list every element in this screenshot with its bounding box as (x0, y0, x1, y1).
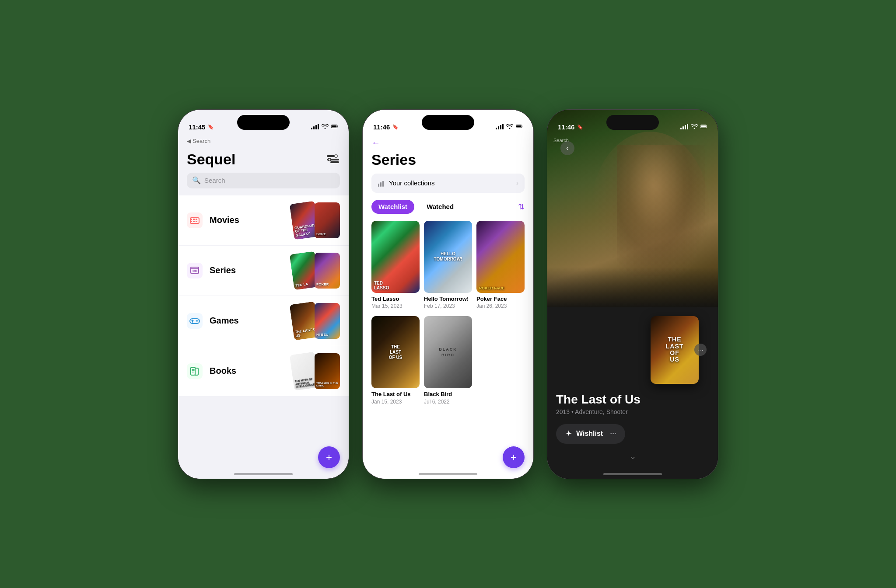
battery-icon-2 (516, 124, 523, 130)
collections-bar[interactable]: Your collections › (371, 174, 525, 193)
phone-2-screen: 11:46 🔖 (363, 110, 533, 479)
bookmark-icon-2: 🔖 (392, 124, 399, 130)
menu-item-movies[interactable]: Movies GUARDIANS OF THE GALAXY SCRE (178, 195, 349, 245)
home-indicator-2 (419, 473, 477, 475)
series-col-empty (476, 316, 525, 405)
menu-item-games[interactable]: Games THE LAST OF US HI-BEU (178, 296, 349, 346)
series-date-hello: Feb 17, 2023 (424, 303, 472, 309)
search-bar-1[interactable]: 🔍 Search (187, 173, 340, 188)
menu-item-books[interactable]: Books THE MYTH OF ARTIFICIAL INTELLIGENC… (178, 346, 349, 396)
games-icon (187, 313, 203, 329)
phone1-header: Sequel (178, 146, 349, 167)
tab-watchlist[interactable]: Watchlist (371, 200, 414, 214)
series-name-lastofus: The Last of Us (371, 391, 420, 398)
series-card-blackbird[interactable]: BLACKBIRD Black Bird Jul 6, 2022 (424, 316, 472, 405)
tabs-row: Watchlist Watched ⇅ (363, 200, 533, 214)
game-meta: 2013 • Adventure, Shooter (556, 408, 709, 415)
series-name-poker: Poker Face (476, 296, 525, 303)
status-icons-2 (496, 124, 523, 131)
phone1-back[interactable]: ◀ Search (187, 136, 210, 146)
games-label: Games (210, 316, 239, 326)
phone-2: 11:46 🔖 (363, 110, 533, 479)
series-name-blackbird: Black Bird (424, 391, 472, 398)
svg-rect-4 (330, 161, 339, 163)
phone2-content: ← Series Your collections › (363, 133, 533, 479)
tab-watched[interactable]: Watched (420, 200, 461, 214)
game-card-row: THELASTOFUS ··· (556, 316, 709, 384)
menu-left-movies: Movies (187, 212, 239, 228)
wishlist-label: Wishlist (576, 430, 603, 438)
series-card-hello[interactable]: HELLOTOMORROW! Hello Tomorrow! Feb 17, 2… (424, 221, 472, 310)
phone3-back-area: ‹ Search (553, 137, 569, 143)
phone-1-screen: 11:45 🔖 (178, 110, 349, 479)
search-icon-1: 🔍 (192, 176, 201, 184)
movies-label: Movies (210, 215, 239, 225)
app-title-1: Sequel (187, 151, 235, 167)
phone2-title: Series (363, 150, 533, 174)
phone1-nav: ◀ Search (178, 133, 349, 146)
sort-icon[interactable]: ⇅ (518, 202, 525, 212)
game-cover-card[interactable]: THELASTOFUS (651, 316, 699, 384)
series-card-lastofus[interactable]: THELASTOF US The Last of Us Jan 15, 2023 (371, 316, 420, 405)
collections-chevron-icon: › (516, 179, 518, 187)
tabs-left: Watchlist Watched (371, 200, 461, 214)
thumb-main: SCRE (315, 202, 340, 238)
phone3-back-btn[interactable]: ‹ (560, 141, 574, 155)
phone1-content: ◀ Search Sequel (178, 133, 349, 479)
series-thumb-blackbird: BLACKBIRD (424, 316, 472, 388)
bookmark-icon-1: 🔖 (208, 124, 214, 130)
svg-rect-13 (196, 221, 197, 222)
svg-rect-23 (380, 182, 382, 187)
home-indicator-1 (234, 473, 293, 475)
svg-point-19 (197, 320, 199, 321)
add-fab-2[interactable]: + (503, 446, 525, 468)
movies-icon (187, 212, 203, 228)
thumb-poker2: POKER (315, 253, 340, 289)
books-label: Books (210, 366, 236, 376)
svg-rect-1 (332, 125, 336, 128)
series-date-ted: Mar 15, 2023 (371, 303, 420, 309)
battery-icon-1 (331, 124, 338, 130)
series-date-lastofus: Jan 15, 2023 (371, 399, 420, 405)
wishlist-button[interactable]: Wishlist ··· (556, 424, 625, 444)
menu-left-series: Series (187, 263, 236, 278)
movies-thumbnails: GUARDIANS OF THE GALAXY SCRE (292, 202, 340, 238)
collections-left: Your collections (378, 179, 435, 187)
phone-1: 11:45 🔖 (178, 110, 349, 479)
books-thumbnails: THE MYTH OF ARTIFICIAL INTELLIGENCE TRAC… (292, 353, 340, 389)
thumb-books-dark: TRACERS IN THE DARK (315, 353, 340, 389)
series-label: Series (210, 265, 236, 275)
phone3-content: ‹ Search THELASTOFUS ··· (547, 133, 718, 479)
svg-rect-10 (196, 219, 197, 220)
status-icons-3 (680, 124, 707, 131)
game-title: The Last of Us (556, 393, 709, 407)
series-card-poker[interactable]: POKER FACE Poker Face Jan 26, 2023 (476, 221, 525, 310)
status-icons-1 (311, 124, 338, 131)
settings-icon-1[interactable] (326, 152, 340, 166)
wishlist-more-icon[interactable]: ··· (610, 429, 616, 438)
sparkle-icon (565, 430, 573, 438)
wifi-icon-1 (322, 124, 329, 130)
add-fab-1[interactable]: + (318, 446, 340, 468)
bookmark-icon-3: 🔖 (577, 124, 583, 130)
chevron-down-icon[interactable]: ⌄ (629, 451, 637, 461)
menu-item-series[interactable]: Series TED LA POKER (178, 246, 349, 296)
phone2-back[interactable]: ← (371, 136, 380, 150)
svg-rect-12 (193, 221, 195, 222)
dynamic-island-2 (422, 115, 474, 130)
series-thumbnails: TED LA POKER (292, 253, 340, 289)
svg-point-18 (196, 320, 197, 321)
svg-rect-16 (190, 273, 199, 274)
more-options-icon[interactable]: ··· (694, 344, 707, 356)
wifi-icon-3 (691, 124, 698, 130)
series-thumb-poker: POKER FACE (476, 221, 525, 293)
signal-icon-3 (680, 124, 688, 131)
svg-rect-22 (378, 184, 379, 187)
search-placeholder-1: Search (204, 177, 225, 184)
phone2-nav: ← (363, 133, 533, 150)
books-icon (187, 363, 203, 379)
series-card-ted[interactable]: TEDLASSO Ted Lasso Mar 15, 2023 (371, 221, 420, 310)
dynamic-island-3 (606, 115, 659, 130)
series-icon (187, 263, 203, 278)
series-name-hello: Hello Tomorrow! (424, 296, 472, 303)
